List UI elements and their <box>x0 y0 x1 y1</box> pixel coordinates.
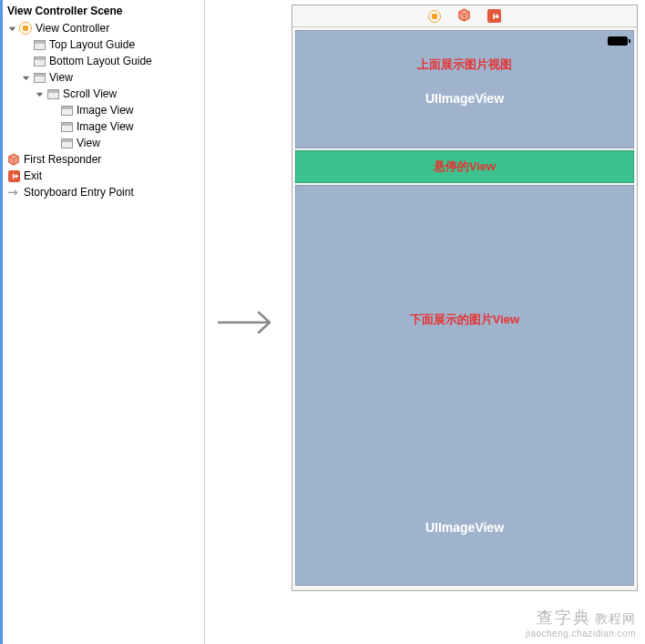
outline-item-label: View <box>49 70 73 85</box>
disclosure-triangle-icon[interactable] <box>34 88 45 99</box>
view-controller-scene-frame[interactable]: 上面展示图片视图 UIImageView 悬停的View 下面展示的图片View… <box>292 5 638 591</box>
outline-item-view[interactable]: View <box>2 135 204 151</box>
outline-item-exit[interactable]: Exit <box>2 168 204 184</box>
classname-label: UIImageView <box>425 520 504 535</box>
exit-icon[interactable] <box>487 9 501 23</box>
outline-item-first-responder[interactable]: First Responder <box>2 151 204 168</box>
battery-icon <box>608 36 628 46</box>
outline-item-bottom-layout-guide[interactable]: Bottom Layout Guide <box>2 53 204 69</box>
outline-item-label: View Controller <box>36 21 109 36</box>
outline-item-label: Storyboard Entry Point <box>24 185 134 199</box>
outline-item-label: Image View <box>77 119 133 134</box>
hover-view[interactable]: 悬停的View <box>295 150 634 183</box>
outline-item-entry-point[interactable]: Storyboard Entry Point <box>2 184 204 200</box>
scene-dock <box>292 5 637 27</box>
outline-item-top-layout-guide[interactable]: Top Layout Guide <box>2 36 204 53</box>
outline-item-label: Bottom Layout Guide <box>49 54 152 68</box>
status-bar <box>296 33 633 49</box>
document-outline-panel: View Controller Scene View Controller To… <box>0 0 205 644</box>
device-view-body: 上面展示图片视图 UIImageView 悬停的View 下面展示的图片View… <box>292 27 637 590</box>
disclosure-triangle-icon[interactable] <box>6 23 17 34</box>
outline-item-label: First Responder <box>24 152 101 167</box>
outline-item-image-view[interactable]: Image View <box>2 102 204 118</box>
view-icon <box>59 103 74 118</box>
scene-header[interactable]: View Controller Scene <box>0 2 204 20</box>
outline-item-label: View <box>77 136 100 150</box>
interface-builder-canvas[interactable]: 上面展示图片视图 UIImageView 悬停的View 下面展示的图片View… <box>292 0 645 644</box>
annotation-label: 悬停的View <box>434 158 496 175</box>
annotation-label: 下面展示的图片View <box>410 312 519 328</box>
first-responder-icon[interactable] <box>457 8 471 25</box>
view-icon <box>32 37 46 52</box>
outline-item-view[interactable]: View <box>2 69 204 86</box>
view-controller-icon <box>18 21 33 36</box>
annotation-label: 上面展示图片视图 <box>417 56 512 73</box>
entry-point-arrow-icon <box>6 185 21 199</box>
outline-tree: View Controller Top Layout Guide Bottom … <box>0 20 204 200</box>
view-icon <box>32 70 46 85</box>
view-icon <box>59 136 74 150</box>
outline-item-view-controller[interactable]: View Controller <box>2 20 204 36</box>
outline-item-scroll-view[interactable]: Scroll View <box>2 86 204 102</box>
outline-item-label: Exit <box>24 169 42 183</box>
outline-item-label: Top Layout Guide <box>49 37 135 52</box>
bottom-image-view[interactable]: 下面展示的图片View UIImageView <box>295 185 634 586</box>
outline-item-image-view[interactable]: Image View <box>2 118 204 135</box>
classname-label: UIImageView <box>425 91 504 106</box>
view-icon <box>32 54 46 68</box>
disclosure-triangle-icon[interactable] <box>20 72 31 83</box>
top-image-view[interactable]: 上面展示图片视图 UIImageView <box>295 30 634 148</box>
outline-item-label: Scroll View <box>63 87 117 101</box>
exit-icon <box>6 169 21 183</box>
view-icon <box>59 119 74 134</box>
outline-item-label: Image View <box>77 103 133 118</box>
storyboard-entry-arrow <box>205 0 292 644</box>
view-icon <box>46 87 60 101</box>
view-controller-icon[interactable] <box>428 10 441 23</box>
first-responder-icon <box>6 152 21 167</box>
